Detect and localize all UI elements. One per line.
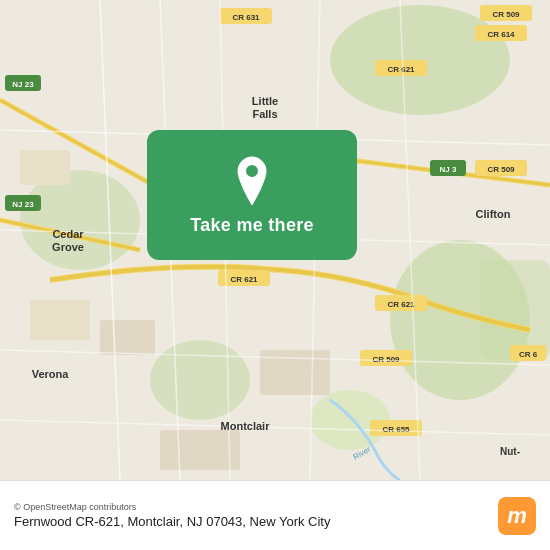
location-pin-icon [231,155,273,207]
svg-rect-7 [20,150,70,185]
osm-attribution: © OpenStreetMap contributors [14,502,330,512]
attribution-section: © OpenStreetMap contributors Fernwood CR… [14,502,330,529]
moovit-logo[interactable]: m [498,497,536,535]
svg-rect-8 [30,300,90,340]
bottom-bar: © OpenStreetMap contributors Fernwood CR… [0,480,550,550]
svg-text:CR 621: CR 621 [387,300,415,309]
svg-text:Little: Little [252,95,278,107]
svg-text:CR 6: CR 6 [519,350,538,359]
take-me-there-label: Take me there [190,215,314,236]
svg-text:Verona: Verona [32,368,70,380]
take-me-there-button[interactable]: Take me there [147,130,357,260]
svg-text:NJ 3: NJ 3 [440,165,457,174]
svg-point-4 [150,340,250,420]
svg-point-62 [246,165,258,177]
svg-rect-11 [160,430,240,470]
moovit-m-letter: m [507,505,527,527]
svg-rect-9 [100,320,155,355]
svg-text:NJ 23: NJ 23 [12,80,34,89]
svg-text:CR 655: CR 655 [382,425,410,434]
svg-text:CR 614: CR 614 [487,30,515,39]
svg-text:Grove: Grove [52,241,84,253]
svg-text:Montclair: Montclair [221,420,271,432]
svg-text:Clifton: Clifton [476,208,511,220]
svg-text:Falls: Falls [252,108,277,120]
svg-text:NJ 23: NJ 23 [12,200,34,209]
svg-text:CR 621: CR 621 [230,275,258,284]
svg-text:Nut-: Nut- [500,446,520,457]
svg-text:CR 509: CR 509 [487,165,515,174]
svg-text:CR 631: CR 631 [232,13,260,22]
map-area: CR 621 CR 621 CR 631 CR 621 CR 614 CR 50… [0,0,550,480]
moovit-icon-box: m [498,497,536,535]
svg-text:CR 621: CR 621 [387,65,415,74]
location-text: Fernwood CR-621, Montclair, NJ 07043, Ne… [14,514,330,529]
svg-text:Cedar: Cedar [52,228,84,240]
svg-text:CR 509: CR 509 [492,10,520,19]
svg-text:CR 509: CR 509 [372,355,400,364]
